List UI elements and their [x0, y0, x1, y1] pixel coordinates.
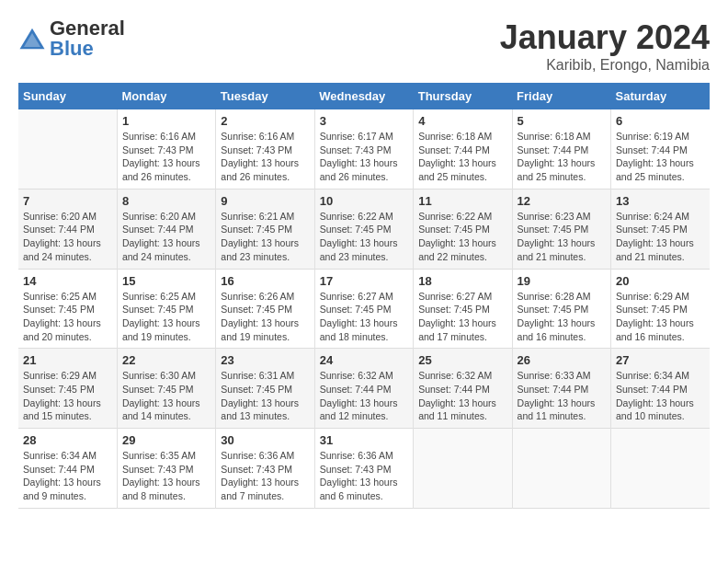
calendar-week-2: 7Sunrise: 6:20 AM Sunset: 7:44 PM Daylig…: [18, 189, 710, 269]
day-number: 27: [616, 353, 705, 367]
location-subtitle: Karibib, Erongo, Namibia: [500, 57, 710, 74]
day-info: Sunrise: 6:30 AM Sunset: 7:45 PM Dayligh…: [122, 369, 210, 423]
header-day-tuesday: Tuesday: [216, 83, 314, 109]
day-number: 31: [320, 433, 408, 447]
logo-text: General Blue: [50, 18, 125, 59]
calendar-cell: 5Sunrise: 6:18 AM Sunset: 7:44 PM Daylig…: [512, 109, 610, 189]
month-title: January 2024: [500, 18, 710, 57]
calendar-cell: 6Sunrise: 6:19 AM Sunset: 7:44 PM Daylig…: [611, 109, 710, 189]
day-info: Sunrise: 6:19 AM Sunset: 7:44 PM Dayligh…: [616, 130, 705, 184]
day-info: Sunrise: 6:29 AM Sunset: 7:45 PM Dayligh…: [23, 369, 112, 423]
calendar-week-3: 14Sunrise: 6:25 AM Sunset: 7:45 PM Dayli…: [18, 269, 710, 349]
calendar-cell: 3Sunrise: 6:17 AM Sunset: 7:43 PM Daylig…: [314, 109, 413, 189]
calendar-cell: 19Sunrise: 6:28 AM Sunset: 7:45 PM Dayli…: [512, 269, 610, 349]
calendar-cell: 31Sunrise: 6:36 AM Sunset: 7:43 PM Dayli…: [314, 429, 413, 509]
day-number: 3: [320, 114, 408, 128]
day-number: 16: [221, 274, 309, 288]
day-info: Sunrise: 6:35 AM Sunset: 7:43 PM Dayligh…: [122, 449, 210, 503]
day-number: 15: [122, 274, 210, 288]
day-number: 18: [418, 274, 506, 288]
day-info: Sunrise: 6:36 AM Sunset: 7:43 PM Dayligh…: [320, 449, 408, 503]
day-info: Sunrise: 6:18 AM Sunset: 7:44 PM Dayligh…: [418, 130, 506, 184]
day-info: Sunrise: 6:33 AM Sunset: 7:44 PM Dayligh…: [518, 369, 606, 423]
day-info: Sunrise: 6:24 AM Sunset: 7:45 PM Dayligh…: [616, 210, 705, 264]
day-info: Sunrise: 6:16 AM Sunset: 7:43 PM Dayligh…: [221, 130, 309, 184]
day-number: 13: [616, 194, 705, 208]
calendar-week-1: 1Sunrise: 6:16 AM Sunset: 7:43 PM Daylig…: [18, 109, 710, 189]
day-number: 26: [518, 353, 606, 367]
day-number: 21: [23, 353, 112, 367]
calendar-cell: 22Sunrise: 6:30 AM Sunset: 7:45 PM Dayli…: [117, 349, 215, 429]
calendar-cell: 1Sunrise: 6:16 AM Sunset: 7:43 PM Daylig…: [117, 109, 215, 189]
day-info: Sunrise: 6:29 AM Sunset: 7:45 PM Dayligh…: [616, 290, 705, 344]
day-info: Sunrise: 6:25 AM Sunset: 7:45 PM Dayligh…: [122, 290, 210, 344]
calendar-cell: 18Sunrise: 6:27 AM Sunset: 7:45 PM Dayli…: [414, 269, 512, 349]
day-number: 14: [23, 274, 112, 288]
calendar-cell: 29Sunrise: 6:35 AM Sunset: 7:43 PM Dayli…: [117, 429, 215, 509]
day-info: Sunrise: 6:27 AM Sunset: 7:45 PM Dayligh…: [418, 290, 506, 344]
calendar-cell: 14Sunrise: 6:25 AM Sunset: 7:45 PM Dayli…: [18, 269, 117, 349]
header-day-wednesday: Wednesday: [314, 83, 413, 109]
day-number: 22: [122, 353, 210, 367]
calendar-cell: 9Sunrise: 6:21 AM Sunset: 7:45 PM Daylig…: [216, 189, 314, 269]
day-number: 20: [616, 274, 705, 288]
calendar-cell: 25Sunrise: 6:32 AM Sunset: 7:44 PM Dayli…: [414, 349, 512, 429]
day-info: Sunrise: 6:23 AM Sunset: 7:45 PM Dayligh…: [518, 210, 606, 264]
calendar-body: 1Sunrise: 6:16 AM Sunset: 7:43 PM Daylig…: [18, 109, 710, 508]
calendar-cell: [512, 429, 610, 509]
calendar-cell: 23Sunrise: 6:31 AM Sunset: 7:45 PM Dayli…: [216, 349, 314, 429]
day-info: Sunrise: 6:32 AM Sunset: 7:44 PM Dayligh…: [418, 369, 506, 423]
header-day-saturday: Saturday: [611, 83, 710, 109]
calendar-cell: [18, 109, 117, 189]
day-number: 17: [320, 274, 408, 288]
day-number: 10: [320, 194, 408, 208]
day-number: 12: [518, 194, 606, 208]
title-section: January 2024 Karibib, Erongo, Namibia: [500, 18, 710, 74]
day-info: Sunrise: 6:25 AM Sunset: 7:45 PM Dayligh…: [23, 290, 112, 344]
logo-blue-text: Blue: [50, 39, 125, 59]
header-day-sunday: Sunday: [18, 83, 117, 109]
day-number: 4: [418, 114, 506, 128]
day-number: 5: [518, 114, 606, 128]
day-info: Sunrise: 6:17 AM Sunset: 7:43 PM Dayligh…: [320, 130, 408, 184]
calendar-cell: 11Sunrise: 6:22 AM Sunset: 7:45 PM Dayli…: [414, 189, 512, 269]
day-info: Sunrise: 6:22 AM Sunset: 7:45 PM Dayligh…: [418, 210, 506, 264]
calendar-cell: 20Sunrise: 6:29 AM Sunset: 7:45 PM Dayli…: [611, 269, 710, 349]
page-header: General Blue January 2024 Karibib, Erong…: [18, 18, 710, 74]
calendar-cell: 17Sunrise: 6:27 AM Sunset: 7:45 PM Dayli…: [314, 269, 413, 349]
calendar-cell: 13Sunrise: 6:24 AM Sunset: 7:45 PM Dayli…: [611, 189, 710, 269]
day-number: 7: [23, 194, 112, 208]
header-day-friday: Friday: [512, 83, 610, 109]
logo-general-text: General: [50, 18, 125, 39]
day-info: Sunrise: 6:21 AM Sunset: 7:45 PM Dayligh…: [221, 210, 309, 264]
header-day-monday: Monday: [117, 83, 215, 109]
calendar-cell: 4Sunrise: 6:18 AM Sunset: 7:44 PM Daylig…: [414, 109, 512, 189]
calendar-header: SundayMondayTuesdayWednesdayThursdayFrid…: [18, 83, 710, 109]
calendar-cell: 2Sunrise: 6:16 AM Sunset: 7:43 PM Daylig…: [216, 109, 314, 189]
day-number: 29: [122, 433, 210, 447]
day-info: Sunrise: 6:22 AM Sunset: 7:45 PM Dayligh…: [320, 210, 408, 264]
calendar-cell: 24Sunrise: 6:32 AM Sunset: 7:44 PM Dayli…: [314, 349, 413, 429]
day-info: Sunrise: 6:18 AM Sunset: 7:44 PM Dayligh…: [518, 130, 606, 184]
calendar-cell: [611, 429, 710, 509]
calendar-cell: 30Sunrise: 6:36 AM Sunset: 7:43 PM Dayli…: [216, 429, 314, 509]
calendar-cell: 26Sunrise: 6:33 AM Sunset: 7:44 PM Dayli…: [512, 349, 610, 429]
calendar-cell: 28Sunrise: 6:34 AM Sunset: 7:44 PM Dayli…: [18, 429, 117, 509]
day-info: Sunrise: 6:27 AM Sunset: 7:45 PM Dayligh…: [320, 290, 408, 344]
logo: General Blue: [18, 18, 125, 59]
day-number: 23: [221, 353, 309, 367]
day-info: Sunrise: 6:32 AM Sunset: 7:44 PM Dayligh…: [320, 369, 408, 423]
day-number: 28: [23, 433, 112, 447]
day-info: Sunrise: 6:34 AM Sunset: 7:44 PM Dayligh…: [616, 369, 705, 423]
header-row: SundayMondayTuesdayWednesdayThursdayFrid…: [18, 83, 710, 109]
day-info: Sunrise: 6:20 AM Sunset: 7:44 PM Dayligh…: [122, 210, 210, 264]
calendar-week-4: 21Sunrise: 6:29 AM Sunset: 7:45 PM Dayli…: [18, 349, 710, 429]
calendar-table: SundayMondayTuesdayWednesdayThursdayFrid…: [18, 83, 710, 509]
day-number: 24: [320, 353, 408, 367]
day-number: 30: [221, 433, 309, 447]
day-number: 8: [122, 194, 210, 208]
calendar-cell: 27Sunrise: 6:34 AM Sunset: 7:44 PM Dayli…: [611, 349, 710, 429]
day-info: Sunrise: 6:31 AM Sunset: 7:45 PM Dayligh…: [221, 369, 309, 423]
day-info: Sunrise: 6:20 AM Sunset: 7:44 PM Dayligh…: [23, 210, 112, 264]
day-info: Sunrise: 6:36 AM Sunset: 7:43 PM Dayligh…: [221, 449, 309, 503]
